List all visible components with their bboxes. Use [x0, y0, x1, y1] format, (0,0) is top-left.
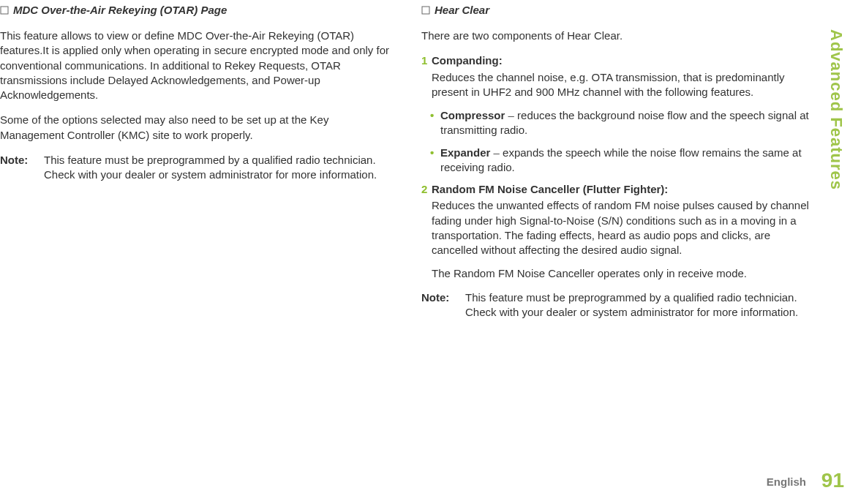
note-label: Note:: [0, 153, 44, 183]
bullet-expander: • Expander – expands the speech while th…: [430, 146, 813, 176]
bullet-dash: –: [505, 109, 517, 121]
square-icon: [0, 4, 9, 18]
bullet-compressor: • Compressor – reduces the background no…: [430, 108, 813, 138]
bullet-body: Expander – expands the speech while the …: [440, 146, 813, 176]
item-2-heading: 2 Random FM Noise Canceller (Flutter Fig…: [421, 182, 813, 197]
bullet-dot-icon: •: [430, 108, 440, 138]
note-body: This feature must be preprogrammed by a …: [44, 153, 392, 183]
item-number: 2: [421, 182, 432, 197]
bullet-body: Compressor – reduces the background nois…: [440, 108, 813, 138]
item-2-tail: The Random FM Noise Canceller operates o…: [432, 266, 813, 281]
item-title: Companding:: [432, 53, 503, 68]
item-1-body: Reduces the channel noise, e.g. OTA tran…: [432, 70, 813, 100]
list-item-2: 2 Random FM Noise Canceller (Flutter Fig…: [421, 182, 813, 282]
side-tab-label: Advanced Features: [827, 29, 846, 190]
square-icon: [421, 4, 430, 18]
note-body: This feature must be preprogrammed by a …: [465, 290, 813, 320]
left-paragraph-2: Some of the options selected may also ne…: [0, 113, 392, 143]
page: MDC Over-the-Air Rekeying (OTAR) Page Th…: [0, 0, 850, 504]
right-column: Hear Clear There are two components of H…: [421, 0, 828, 504]
bullet-dash: –: [490, 146, 503, 159]
svg-rect-1: [422, 7, 429, 14]
item-1-heading: 1 Companding:: [421, 53, 813, 68]
right-note: Note: This feature must be preprogrammed…: [421, 290, 813, 320]
left-column: MDC Over-the-Air Rekeying (OTAR) Page Th…: [0, 0, 421, 504]
bullet-dot-icon: •: [430, 146, 440, 176]
left-note: Note: This feature must be preprogrammed…: [0, 153, 392, 183]
item-2-body: Reduces the unwanted effects of random F…: [432, 198, 813, 257]
bullet-label: Compressor: [440, 109, 505, 121]
right-intro: There are two components of Hear Clear.: [421, 29, 813, 43]
bullet-label: Expander: [440, 146, 490, 159]
note-label: Note:: [421, 290, 465, 320]
right-title-text: Hear Clear: [435, 4, 489, 16]
left-paragraph-1: This feature allows to view or define MD…: [0, 29, 392, 102]
list-item-1: 1 Companding: Reduces the channel noise,…: [421, 53, 813, 175]
left-section-title: MDC Over-the-Air Rekeying (OTAR) Page: [0, 3, 392, 18]
item-title: Random FM Noise Canceller (Flutter Fight…: [432, 182, 668, 197]
item-number: 1: [421, 53, 432, 68]
left-title-text: MDC Over-the-Air Rekeying (OTAR) Page: [13, 4, 227, 16]
right-section-title: Hear Clear: [421, 3, 813, 18]
page-number: 91: [821, 469, 844, 492]
language-label: English: [767, 475, 806, 488]
svg-rect-0: [1, 7, 8, 14]
